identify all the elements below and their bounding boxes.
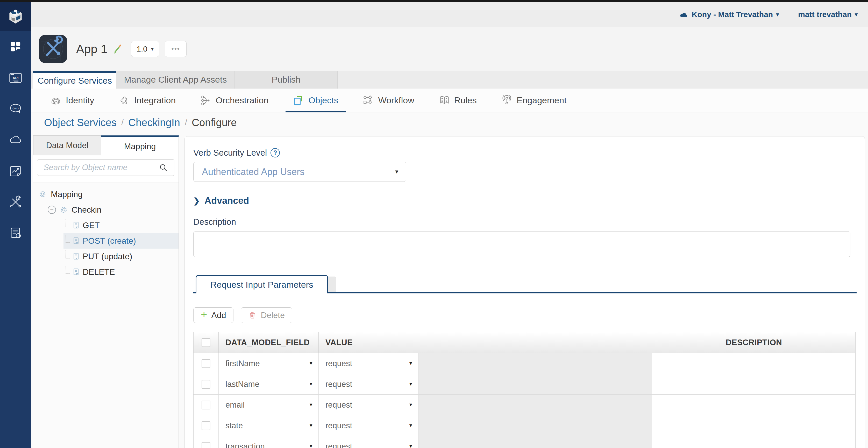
orchestration-icon <box>200 95 211 106</box>
verb-security-dropdown[interactable]: Authenticated App Users ▼ <box>193 162 406 182</box>
row-checkbox[interactable] <box>202 421 210 430</box>
tab-mapping[interactable]: Mapping <box>101 135 179 155</box>
tree-verb-delete[interactable]: DELETE <box>63 264 179 280</box>
apps-grid-icon[interactable] <box>0 31 31 62</box>
description-cell[interactable] <box>652 415 856 436</box>
object-tree-panel: Data Model Mapping Mapping − Checkin <box>33 135 179 448</box>
chat-icon-text: {···} <box>12 106 19 110</box>
objects-icon <box>293 95 304 106</box>
description-cell[interactable] <box>652 374 856 394</box>
parameter-tab-bar: Request Input Parameters Test <box>193 275 857 293</box>
tab-request-input-parameters[interactable]: Request Input Parameters <box>196 275 328 293</box>
value-dropdown[interactable]: request▼ <box>319 395 418 415</box>
tab-data-model[interactable]: Data Model <box>33 135 101 155</box>
tree-connector <box>66 250 70 258</box>
value-detail-cell <box>418 395 652 415</box>
breadcrumb-checkingin[interactable]: CheckingIn <box>128 117 180 128</box>
tab-orchestration[interactable]: Orchestration <box>193 89 276 112</box>
app-name: App 1 <box>76 42 107 56</box>
value-dropdown[interactable]: request▼ <box>319 353 418 374</box>
tab-manage-client-app-assets[interactable]: Manage Client App Assets <box>116 71 235 89</box>
api-icon[interactable]: API <box>0 62 31 93</box>
tree-verb-put-label: PUT (update) <box>83 252 132 261</box>
tools-icon[interactable] <box>0 187 31 218</box>
tree-verb-put[interactable]: PUT (update) <box>63 249 179 264</box>
cloud-icon[interactable] <box>0 124 31 155</box>
tree-node-mapping[interactable]: Mapping <box>33 187 179 202</box>
tree-connector <box>66 235 70 243</box>
search-icon[interactable] <box>159 163 168 172</box>
more-actions-button[interactable]: ••• <box>165 41 187 57</box>
rename-pencil-icon[interactable] <box>113 44 123 54</box>
verb-config-panel: Verb Security Level ? Authenticated App … <box>184 136 865 448</box>
tab-integration-label: Integration <box>134 95 176 105</box>
document-icon <box>72 253 80 260</box>
breadcrumb-object-services[interactable]: Object Services <box>44 117 117 128</box>
engagement-antenna-icon <box>501 95 513 106</box>
description-textarea[interactable] <box>193 231 850 257</box>
gear-icon <box>60 205 68 214</box>
tab-integration[interactable]: Integration <box>112 89 183 112</box>
search-container <box>33 155 179 183</box>
topbar: Kony - Matt Trevathan ▾ matt trevathan ▾ <box>31 2 868 27</box>
user-menu-label: matt trevathan <box>798 10 852 19</box>
tree-node-checkin-label: Checkin <box>71 205 101 215</box>
puzzle-icon <box>119 95 130 106</box>
chevron-down-icon: ▾ <box>855 11 858 18</box>
row-checkbox[interactable] <box>202 380 210 389</box>
description-cell[interactable] <box>652 353 856 374</box>
row-checkbox[interactable] <box>202 442 210 448</box>
add-button-label: Add <box>211 311 226 320</box>
description-cell[interactable] <box>652 436 856 448</box>
tree-node-checkin[interactable]: − Checkin <box>33 202 179 218</box>
advanced-label: Advanced <box>205 195 249 206</box>
field-dropdown[interactable]: email▼ <box>219 395 319 415</box>
tab-engagement[interactable]: Engagement <box>494 89 574 112</box>
tree-verb-post-selected[interactable]: POST (create) <box>63 233 179 249</box>
kony-world-cube-logo[interactable] <box>0 2 31 31</box>
tab-objects[interactable]: Objects <box>285 89 345 112</box>
ellipsis-icon: ••• <box>172 45 180 53</box>
select-all-checkbox[interactable] <box>202 338 210 347</box>
help-question-icon[interactable]: ? <box>271 148 280 157</box>
caret-down-icon: ▼ <box>309 402 313 408</box>
value-dropdown[interactable]: request▼ <box>319 374 418 394</box>
search-input[interactable] <box>37 159 175 176</box>
delete-button[interactable]: Delete <box>241 308 292 323</box>
tab-workflow[interactable]: Workflow <box>355 89 422 112</box>
tab-identity[interactable]: Identity <box>43 89 101 112</box>
collapse-minus-icon[interactable]: − <box>48 205 56 214</box>
tab-rules[interactable]: Rules <box>431 89 484 112</box>
tab-configure-services[interactable]: Configure Services <box>33 71 116 89</box>
version-dropdown[interactable]: 1.0 ▾ <box>131 41 159 57</box>
field-dropdown[interactable]: lastName▼ <box>219 374 319 394</box>
field-dropdown[interactable]: firstName▼ <box>219 353 319 374</box>
row-checkbox[interactable] <box>202 401 210 409</box>
org-menu[interactable]: Kony - Matt Trevathan ▾ <box>679 10 779 19</box>
caret-down-icon: ▼ <box>309 381 313 387</box>
tree-verb-get[interactable]: GET <box>63 218 179 233</box>
workflow-icon <box>363 95 374 106</box>
description-cell[interactable] <box>652 395 856 415</box>
add-button[interactable]: + Add <box>193 308 234 323</box>
field-dropdown[interactable]: state▼ <box>219 415 319 436</box>
row-checkbox[interactable] <box>202 359 210 368</box>
value-dropdown[interactable]: request▼ <box>319 436 418 448</box>
value-dropdown[interactable]: request▼ <box>319 415 418 436</box>
fingerprint-icon <box>50 95 62 106</box>
tab-publish[interactable]: Publish <box>235 71 338 89</box>
tab-identity-label: Identity <box>66 95 94 105</box>
tab-rules-label: Rules <box>454 95 477 105</box>
analytics-icon[interactable] <box>0 155 31 187</box>
field-dropdown[interactable]: transaction▼ <box>219 436 319 448</box>
cloud-org-icon <box>679 11 689 19</box>
document-icon <box>72 237 80 245</box>
advanced-toggle[interactable]: ❯ Advanced <box>193 195 865 206</box>
user-menu[interactable]: matt trevathan ▾ <box>798 10 858 19</box>
chat-icon[interactable]: {···} <box>0 93 31 124</box>
document-icon <box>72 268 80 276</box>
tree-verb-get-label: GET <box>83 221 100 230</box>
help-docs-icon[interactable]: ? <box>0 218 31 249</box>
trash-icon <box>248 311 256 319</box>
chevron-down-icon: ▾ <box>776 11 779 18</box>
